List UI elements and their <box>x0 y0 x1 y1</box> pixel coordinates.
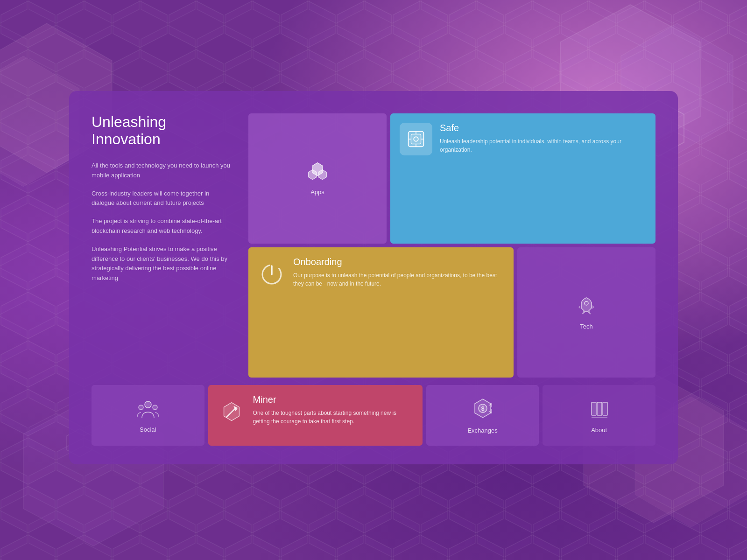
onboarding-tile[interactable]: Onboarding Our purpose is to unleash the… <box>248 247 514 378</box>
social-icon <box>136 398 160 421</box>
svg-marker-18 <box>309 170 317 180</box>
tile-grid: Apps <box>248 113 655 378</box>
onboarding-icon <box>260 262 284 287</box>
social-label: Social <box>140 426 156 433</box>
tech-icon <box>576 295 597 318</box>
apps-icon <box>307 161 328 184</box>
about-label: About <box>591 427 607 434</box>
onboarding-icon-wrap <box>258 260 286 288</box>
intro-paragraph-3: The project is striving to combine state… <box>92 217 232 236</box>
safe-icon-wrap <box>400 123 432 155</box>
social-tile[interactable]: Social <box>92 385 204 446</box>
svg-point-31 <box>153 405 157 410</box>
apps-tile[interactable]: Apps <box>248 113 387 244</box>
miner-tile[interactable]: Miner One of the toughest parts about st… <box>208 385 423 446</box>
about-tile[interactable]: About <box>543 385 655 446</box>
intro-paragraph-2: Cross-industry leaders will come togethe… <box>92 189 232 209</box>
tile-row-2: Onboarding Our purpose is to unleash the… <box>248 247 655 378</box>
miner-icon-wrap <box>218 398 246 426</box>
miner-description: One of the toughest parts about starting… <box>253 409 413 426</box>
miner-content: Miner One of the toughest parts about st… <box>253 394 413 426</box>
miner-title: Miner <box>253 394 413 405</box>
safe-title: Safe <box>440 123 646 133</box>
safe-tile[interactable]: Safe Unleash leadership potential in ind… <box>390 113 655 244</box>
svg-rect-20 <box>411 134 421 144</box>
svg-point-30 <box>139 405 143 410</box>
safe-icon <box>405 128 427 150</box>
about-icon <box>588 398 610 422</box>
onboarding-title: Onboarding <box>293 257 504 267</box>
svg-text:$: $ <box>481 406 484 412</box>
safe-content: Safe Unleash leadership potential in ind… <box>440 123 646 154</box>
intro-paragraph-1: All the tools and technology you need to… <box>92 161 232 181</box>
svg-marker-17 <box>318 170 327 180</box>
onboarding-content: Onboarding Our purpose is to unleash the… <box>293 257 504 288</box>
svg-point-29 <box>145 401 151 408</box>
exchanges-tile[interactable]: $ Exchanges <box>426 385 539 446</box>
onboarding-description: Our purpose is to unleash the potential … <box>293 271 504 288</box>
tech-label: Tech <box>580 323 592 330</box>
top-section: Unleashing Innovation All the tools and … <box>92 113 655 378</box>
svg-rect-39 <box>603 402 607 415</box>
exchanges-label: Exchanges <box>467 427 497 434</box>
tile-row-1: Apps <box>248 113 655 244</box>
intro-section: Unleashing Innovation All the tools and … <box>92 113 241 378</box>
apps-label: Apps <box>310 189 324 196</box>
intro-paragraph-4: Unleashing Potential strives to make a p… <box>92 245 232 283</box>
bottom-tile-row: Social Miner One of the toughest parts a… <box>92 385 655 446</box>
main-card: Unleashing Innovation All the tools and … <box>69 91 678 464</box>
page-title: Unleashing Innovation <box>92 113 232 148</box>
tech-tile[interactable]: Tech <box>517 247 655 378</box>
svg-rect-38 <box>597 402 602 415</box>
safe-description: Unleash leadership potential in individu… <box>440 137 646 154</box>
svg-rect-37 <box>592 402 596 415</box>
exchanges-icon: $ <box>471 397 494 422</box>
miner-icon <box>218 398 246 427</box>
